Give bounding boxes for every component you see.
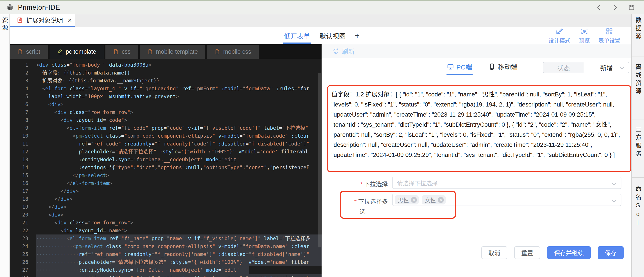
- action-设计模式[interactable]: 设计模式: [548, 28, 570, 44]
- required-asterisk: *: [360, 181, 362, 188]
- code-editor: scriptpc templatecssmobile templatemobil…: [10, 44, 322, 277]
- code-line-27[interactable]: 27··············:entityModel.sync='formD…: [10, 266, 322, 274]
- file-icon: [17, 49, 23, 55]
- code-line-20[interactable]: 20 <div>: [10, 211, 322, 219]
- editor-tab-pc-template[interactable]: pc template: [50, 45, 104, 59]
- code-line-9[interactable]: 9 <el-form-item ref="fi_code" prop="code…: [10, 124, 322, 132]
- titlebar-actions: [595, 1, 635, 14]
- status-select[interactable]: 新增: [584, 62, 629, 73]
- code-line-3[interactable]: 3 扩展对象: {{this.formData.__nameObject}}: [10, 77, 322, 84]
- status-value: 新增: [600, 63, 613, 72]
- code-line-22[interactable]: 22 <div layout_id="name">: [10, 226, 322, 234]
- code-line-1[interactable]: 1<div class="form-body " data-bba3008a>: [10, 61, 322, 69]
- selected-tag-女性: 女性×: [422, 195, 446, 204]
- subheader: 低开表单默认视图+ 设计模式预览表单设置: [10, 28, 631, 44]
- 保存并继续-button[interactable]: 保存并继续: [547, 246, 591, 259]
- code-line-21[interactable]: 21 <div class="row form_row">: [10, 219, 322, 226]
- code-line-11[interactable]: 11 ref="ref_code" :readonly="f_readonly[…: [10, 140, 322, 148]
- status-label: 状态: [544, 62, 584, 73]
- forward-icon[interactable]: [612, 4, 619, 11]
- refresh-button[interactable]: 刷新: [332, 46, 355, 56]
- code-line-28[interactable]: 28··············:settings='{"type":"dict…: [10, 274, 322, 277]
- code-area[interactable]: 1<div class="form-body " data-bba3008a>2…: [10, 59, 322, 277]
- close-icon[interactable]: ×: [68, 17, 72, 24]
- save-icon[interactable]: [628, 4, 635, 11]
- refresh-icon: [332, 48, 339, 54]
- form-divider: [328, 236, 625, 236]
- edit-icon: [57, 49, 63, 55]
- file-icon: [147, 49, 153, 55]
- right-rail: 数据源离线资源三方服务命名Sql: [631, 14, 644, 277]
- document-icon: [16, 17, 23, 24]
- action-预览[interactable]: 预览: [579, 28, 590, 44]
- rail-item-数据源[interactable]: 数据源: [632, 14, 644, 56]
- add-view-tab[interactable]: +: [354, 28, 360, 44]
- code-line-13[interactable]: 13 :entityModel.sync='formData.__codeObj…: [10, 156, 322, 164]
- selected-tags: 男性×女性×: [395, 195, 446, 204]
- code-line-16[interactable]: 16 </el-form-item>: [10, 179, 322, 187]
- app-root: Primeton-IDE 资源 扩展对象说明 × 低开表单默认视图+ 设计模式预…: [0, 0, 644, 277]
- platform-tabs: PC端移动端: [446, 58, 518, 75]
- rail-item-离线资源[interactable]: 离线资源: [632, 57, 644, 119]
- select-dropdown[interactable]: 请选择下拉选择: [392, 177, 622, 189]
- platform-tab-移动端[interactable]: 移动端: [488, 58, 518, 75]
- code-line-10[interactable]: 10 <pm-select class="comp_code component…: [10, 132, 322, 140]
- doc-tab-label: 扩展对象说明: [26, 16, 63, 24]
- view-tab-低开表单[interactable]: 低开表单: [283, 28, 311, 44]
- header-actions: 设计模式预览表单设置: [548, 28, 620, 44]
- action-表单设置[interactable]: 表单设置: [598, 28, 620, 44]
- code-line-2[interactable]: 2 值字段: {{this.formData.name}}: [10, 69, 322, 77]
- rail-item-命名sql[interactable]: 命名Sql: [632, 178, 644, 248]
- chevron-down-icon: [620, 65, 624, 70]
- code-line-17[interactable]: 17 </div>: [10, 187, 322, 195]
- left-rail: 资源: [0, 14, 10, 277]
- editor-tab-mobile-css[interactable]: mobile css: [207, 45, 259, 59]
- code-line-8[interactable]: 8 <div layout_id="code">: [10, 116, 322, 124]
- code-line-7[interactable]: 7 <div class="row form_row">: [10, 108, 322, 116]
- preview-panel: 刷新 PC端移动端 状态 新增 值字段：1,2 扩展对象：[ { "id": "…: [322, 44, 631, 277]
- code-line-12[interactable]: 12 placeholder="请选择下拉选择" :style='{"width…: [10, 148, 322, 156]
- code-line-26[interactable]: 26··············placeholder="请选择下拉选择多选" …: [10, 258, 322, 266]
- form-buttons: 取消重置保存并继续保存: [481, 246, 624, 259]
- code-line-18[interactable]: 18 </div>: [10, 195, 322, 203]
- tag-close-icon[interactable]: ×: [411, 197, 417, 203]
- multiselect-dropdown[interactable]: 男性×女性×: [392, 194, 622, 206]
- field-label-select: *下拉选择: [337, 180, 388, 188]
- code-line-23[interactable]: 23··········<el-form-item ref="fi_name" …: [10, 234, 322, 242]
- field-label-multiselect: *下拉选择多: [337, 197, 388, 206]
- sidebar-item-resources[interactable]: 资源: [0, 17, 9, 32]
- refresh-row: 刷新: [322, 44, 631, 58]
- design-mode-icon: [556, 28, 563, 35]
- rail-item-三方服务[interactable]: 三方服务: [632, 120, 644, 177]
- tag-close-icon[interactable]: ×: [438, 197, 444, 203]
- refresh-label: 刷新: [342, 46, 355, 56]
- platform-tab-pc端[interactable]: PC端: [446, 58, 472, 75]
- code-line-5[interactable]: 5 label-width="100px" @submit.native.pre…: [10, 92, 322, 100]
- mobile-icon: [488, 63, 496, 70]
- chevron-down-icon: [612, 180, 616, 186]
- code-line-15[interactable]: 15 </pm-select>: [10, 171, 322, 179]
- preview-output-text: 值字段：1,2 扩展对象：[ { "id": "1", "code": "1",…: [332, 90, 623, 178]
- 取消-button[interactable]: 取消: [481, 246, 507, 259]
- code-line-25[interactable]: 25··············ref="ref_name" :readonly…: [10, 250, 322, 258]
- editor-tab-mobile-template[interactable]: mobile template: [140, 45, 206, 59]
- doc-tab-extension-object[interactable]: 扩展对象说明 ×: [10, 14, 75, 26]
- code-line-6[interactable]: 6 <div>: [10, 100, 322, 108]
- code-line-24[interactable]: 24············<pm-select class="comp_nam…: [10, 242, 322, 250]
- code-line-14[interactable]: 14 :settings='{"type":"dict","options":n…: [10, 164, 322, 171]
- form-settings-icon: [606, 28, 613, 35]
- 保存-button[interactable]: 保存: [598, 246, 624, 259]
- preview-icon: [580, 28, 588, 35]
- scrollbar-thumb[interactable]: [318, 73, 321, 248]
- chevron-down-icon: [612, 198, 616, 202]
- view-tab-默认视图[interactable]: 默认视图: [319, 28, 346, 44]
- app-title: Primeton-IDE: [18, 4, 60, 12]
- back-icon[interactable]: [595, 4, 603, 11]
- 重置-button[interactable]: 重置: [514, 246, 540, 259]
- editor-tab-script[interactable]: script: [10, 45, 48, 59]
- editor-tab-css[interactable]: css: [106, 45, 138, 59]
- pc-icon: [447, 63, 454, 70]
- editor-scrollbar[interactable]: [317, 73, 322, 277]
- code-line-19[interactable]: 19 </div>: [10, 203, 322, 211]
- code-line-4[interactable]: 4 <el-form class="layout_4 " v-if="!getL…: [10, 84, 322, 92]
